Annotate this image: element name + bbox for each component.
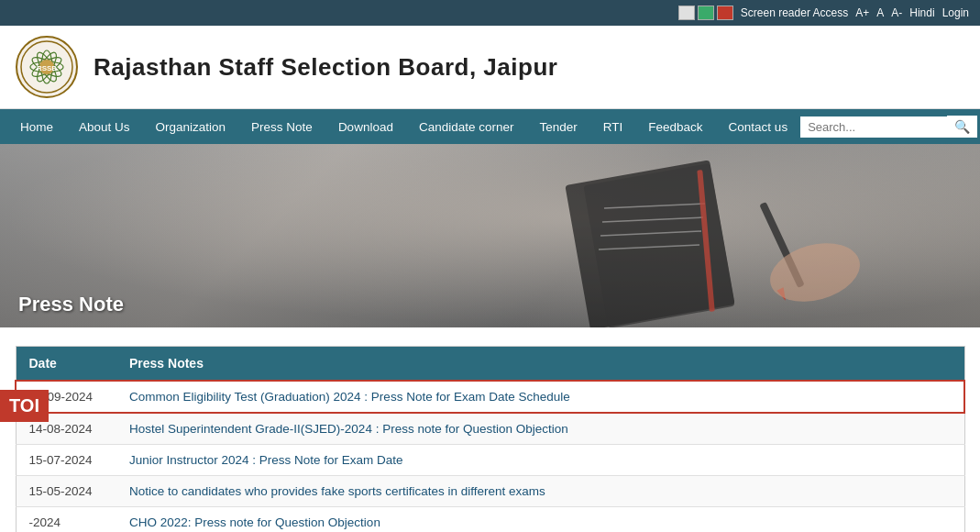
theme-box-gray[interactable] [678,6,695,20]
table-header-row: Date Press Notes [16,347,964,382]
press-note-text[interactable]: Junior Instructor 2024 : Press Note for … [116,445,964,476]
site-logo: RSSB [15,35,79,99]
table-row: -2024CHO 2022: Press note for Question O… [16,507,964,533]
search-input[interactable] [800,116,947,138]
press-note-link[interactable]: Common Eligibility Test (Graduation) 202… [129,390,570,404]
press-note-link[interactable]: Junior Instructor 2024 : Press Note for … [129,453,403,467]
site-header: RSSB Rajasthan Staff Selection Board, Ja… [0,26,980,109]
press-note-text[interactable]: Hostel Superintendent Grade-II(SJED)-202… [116,413,964,445]
site-title: Rajasthan Staff Selection Board, Jaipur [94,53,557,82]
col-press-notes: Press Notes [116,347,964,382]
hero-banner: Press Note [0,144,980,327]
press-date: -2024 [16,507,116,533]
nav-press-note[interactable]: Press Note [238,109,325,144]
login-link[interactable]: Login [942,6,969,19]
theme-box-green[interactable] [698,6,714,20]
search-button[interactable]: 🔍 [947,116,977,138]
toi-badge[interactable]: TOI [0,390,49,422]
nav-candidate-corner[interactable]: Candidate corner [406,109,527,144]
hero-title: Press Note [0,282,142,327]
top-bar-links: Screen reader Access A+ A A- Hindi Login [741,6,969,19]
top-bar: Screen reader Access A+ A A- Hindi Login [0,0,980,26]
nav-rti[interactable]: RTI [590,109,636,144]
col-date: Date [16,347,116,382]
font-size-a[interactable]: A [876,6,884,19]
lang-hindi[interactable]: Hindi [909,6,934,19]
press-note-link[interactable]: Hostel Superintendent Grade-II(SJED)-202… [129,422,568,436]
press-note-link[interactable]: Notice to candidates who provides fake s… [129,484,545,498]
press-date: 15-05-2024 [16,476,116,507]
main-nav: Home About Us Organization Press Note Do… [0,109,980,144]
theme-color-boxes [678,6,733,20]
nav-home[interactable]: Home [7,109,66,144]
screen-reader-link[interactable]: Screen reader Access [741,6,848,19]
nav-contact-us[interactable]: Contact us [716,109,801,144]
table-row: 15-07-2024Junior Instructor 2024 : Press… [16,445,964,476]
font-size-a-plus[interactable]: A+ [855,6,869,19]
nav-about-us[interactable]: About Us [66,109,143,144]
nav-organization[interactable]: Organization [143,109,239,144]
hero-decoration [522,153,907,327]
press-note-link[interactable]: CHO 2022: Press note for Question Object… [129,515,380,529]
press-note-text[interactable]: CHO 2022: Press note for Question Object… [116,507,964,533]
press-date: 15-07-2024 [16,445,116,476]
font-size-a-minus[interactable]: A- [891,6,902,19]
press-notes-content: Date Press Notes 09-09-2024Common Eligib… [0,327,980,532]
press-note-text[interactable]: Notice to candidates who provides fake s… [116,476,964,507]
table-row: 15-05-2024Notice to candidates who provi… [16,476,964,507]
nav-download[interactable]: Download [325,109,406,144]
theme-box-red[interactable] [717,6,733,20]
press-note-text[interactable]: Common Eligibility Test (Graduation) 202… [116,381,964,413]
nav-feedback[interactable]: Feedback [635,109,715,144]
press-notes-table: Date Press Notes 09-09-2024Common Eligib… [15,346,965,532]
nav-tender[interactable]: Tender [527,109,590,144]
table-row: 09-09-2024Common Eligibility Test (Gradu… [16,381,964,413]
svg-text:RSSB: RSSB [37,64,57,72]
table-row: 14-08-2024Hostel Superintendent Grade-II… [16,413,964,445]
